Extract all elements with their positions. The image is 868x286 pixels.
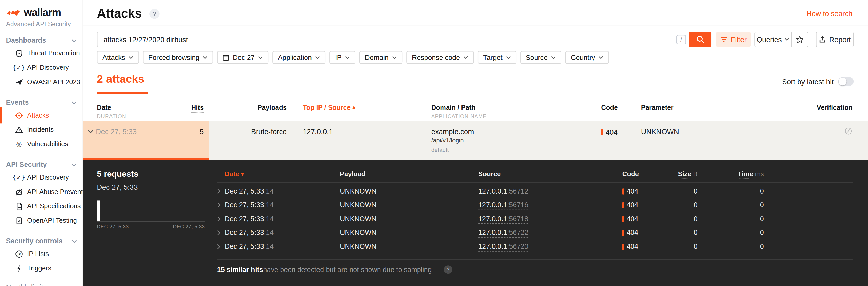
col-date: Date DURATION: [97, 104, 126, 119]
search-input[interactable]: [97, 31, 689, 47]
attack-code: 404: [601, 127, 618, 138]
sampling-help-icon[interactable]: ?: [444, 265, 452, 274]
filter-chip-application[interactable]: Application: [272, 51, 326, 63]
brand-subtitle: Advanced API Security: [6, 21, 76, 27]
col-hits[interactable]: Hits: [172, 104, 204, 111]
attack-domain: example.com: [431, 127, 474, 136]
paper-plane-icon: [14, 78, 23, 86]
sidebar-item-label: API Abuse Prevention: [27, 188, 83, 196]
wallarm-logo[interactable]: wallarm: [6, 7, 76, 19]
collapse-chevron-icon[interactable]: [88, 130, 94, 134]
request-row[interactable]: Dec 27, 5:33:14 UNKNOWN 127.0.0.1:56722 …: [83, 226, 868, 240]
sidebar-item-label: IP Lists: [27, 250, 49, 258]
sidebar-section-api-security[interactable]: API Security: [0, 159, 83, 170]
filter-chip-response-code[interactable]: Response code: [406, 51, 474, 63]
filter-chip-source[interactable]: Source: [520, 51, 561, 63]
wallarm-logo-icon: [6, 8, 21, 17]
help-icon[interactable]: ?: [150, 9, 159, 19]
chevron-right-icon[interactable]: [217, 230, 220, 235]
col-verification: Verification: [785, 104, 852, 111]
sort-toggle[interactable]: [838, 77, 854, 86]
col-date[interactable]: Date▼: [225, 170, 244, 178]
results-count: 2 attacks: [97, 73, 144, 85]
filter-button[interactable]: Filter: [716, 31, 750, 47]
sort-label: Sort by latest hit: [782, 77, 834, 86]
request-size: 0: [659, 212, 698, 226]
col-size[interactable]: Size B: [659, 170, 698, 178]
report-button[interactable]: Report: [816, 31, 854, 47]
how-to-search-link[interactable]: How to search: [807, 9, 852, 18]
request-source[interactable]: 127.0.0.1:56712: [478, 184, 528, 198]
sidebar-item-api-discovery-2[interactable]: {✓} API Discovery: [0, 170, 83, 184]
request-time: 0: [725, 226, 764, 240]
export-icon: [819, 35, 826, 43]
col-source: Source: [478, 170, 501, 178]
sidebar: wallarm Advanced API Security Dashboards…: [0, 0, 83, 286]
attack-verification: [785, 127, 852, 138]
chevron-right-icon[interactable]: [217, 216, 220, 221]
request-row[interactable]: Dec 27, 5:33:14 UNKNOWN 127.0.0.1:56712 …: [83, 184, 868, 198]
col-top-ip-source[interactable]: Top IP / Source▲: [303, 104, 356, 111]
request-source[interactable]: 127.0.0.1:56718: [478, 212, 528, 226]
queries-dropdown[interactable]: Queries: [755, 32, 792, 47]
sidebar-item-triggers[interactable]: Triggers: [0, 261, 83, 276]
request-source[interactable]: 127.0.0.1:56716: [478, 198, 528, 212]
sidebar-section-security-controls[interactable]: Security controls: [0, 236, 83, 247]
attack-parameter: UNKNOWN: [641, 127, 679, 136]
request-source[interactable]: 127.0.0.1:56720: [478, 240, 528, 254]
search-icon: [696, 35, 705, 44]
filter-chip-date[interactable]: Dec 27: [217, 51, 269, 63]
sidebar-item-vulnerabilities[interactable]: ☣ Vulnerabilities: [0, 137, 83, 151]
chevron-down-icon: [785, 38, 789, 41]
chevron-right-icon[interactable]: [217, 244, 220, 249]
sidebar-item-attacks[interactable]: Attacks: [0, 108, 83, 122]
favorite-query-button[interactable]: [792, 32, 808, 47]
active-row-accent-bar: [83, 158, 209, 160]
filter-chip-ip[interactable]: IP: [330, 51, 355, 63]
sidebar-item-label: OpenAPI Testing: [27, 217, 77, 225]
request-row[interactable]: Dec 27, 5:33:14 UNKNOWN 127.0.0.1:56720 …: [83, 240, 868, 254]
request-size: 0: [659, 198, 698, 212]
filter-chip-target[interactable]: Target: [478, 51, 517, 63]
main-content: Attacks ? How to search / Filter Queries: [83, 0, 868, 286]
attacks-table-header: Date DURATION Hits Payloads Top IP / Sou…: [83, 102, 868, 121]
chevron-right-icon[interactable]: [217, 188, 220, 194]
chevron-down-icon: [71, 101, 77, 104]
search-button[interactable]: [689, 31, 711, 47]
braces-check-icon: {✓}: [14, 63, 23, 72]
monthly-limit-label: Monthly limit:: [6, 283, 76, 286]
sidebar-item-label: Incidents: [27, 126, 54, 134]
request-row[interactable]: Dec 27, 5:33:14 UNKNOWN 127.0.0.1:56718 …: [83, 212, 868, 226]
sidebar-item-threat-prevention[interactable]: Threat Prevention: [0, 46, 83, 60]
chevron-right-icon[interactable]: [217, 202, 220, 208]
filter-chip-domain[interactable]: Domain: [359, 51, 402, 63]
request-row[interactable]: Dec 27, 5:33:14 UNKNOWN 127.0.0.1:56716 …: [83, 198, 868, 212]
sidebar-item-api-discovery[interactable]: {✓} API Discovery: [0, 60, 83, 75]
sidebar-item-incidents[interactable]: Incidents: [0, 122, 83, 137]
not-verified-icon: [844, 127, 852, 135]
col-time[interactable]: Time ms: [725, 170, 764, 178]
attack-row[interactable]: Dec 27, 5:33 5 Brute-force 127.0.0.1 exa…: [83, 121, 868, 160]
filter-chip-country[interactable]: Country: [565, 51, 609, 63]
filter-chip-attacks[interactable]: Attacks: [97, 51, 139, 63]
header-separator: [217, 182, 852, 183]
sidebar-section-events[interactable]: Events: [0, 97, 83, 108]
request-code: 404: [622, 212, 638, 227]
sidebar-item-label: Triggers: [27, 264, 51, 272]
sidebar-item-api-specifications[interactable]: API Specifications: [0, 199, 83, 213]
filter-chip-forced-browsing[interactable]: Forced browsing: [143, 51, 213, 63]
attack-application: default: [431, 146, 449, 153]
attack-path: /api/v1/login: [431, 137, 464, 144]
page-header: Attacks ? How to search: [83, 0, 868, 26]
sidebar-item-api-abuse-prevention[interactable]: API Abuse Prevention: [0, 184, 83, 199]
sidebar-section-dashboards[interactable]: Dashboards: [0, 35, 83, 46]
sidebar-item-openapi-testing[interactable]: OpenAPI Testing: [0, 213, 83, 228]
sidebar-item-label: Threat Prevention: [27, 49, 80, 57]
star-icon: [796, 35, 804, 44]
brand-name: wallarm: [24, 7, 61, 19]
chevron-down-icon: [463, 56, 468, 59]
sidebar-item-ip-lists[interactable]: IP IP Lists: [0, 247, 83, 261]
request-source[interactable]: 127.0.0.1:56722: [478, 226, 528, 240]
sidebar-item-owasp-api-2023[interactable]: OWASP API 2023: [0, 75, 83, 89]
sidebar-item-label: API Discovery: [27, 173, 69, 181]
